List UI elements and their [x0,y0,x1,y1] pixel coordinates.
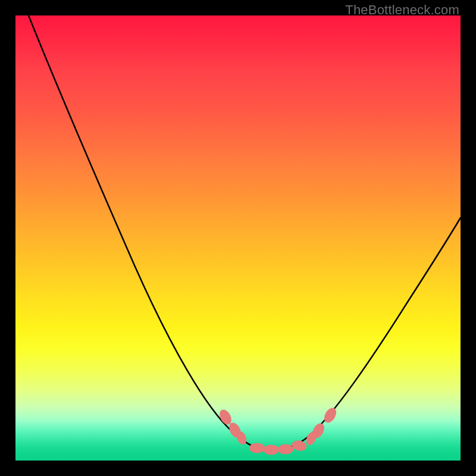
marker [322,406,339,425]
marker [249,443,265,453]
marker [292,440,308,452]
marker [264,445,279,455]
valley-markers [218,406,339,455]
bottleneck-curve [29,15,461,450]
plot-area [15,15,461,461]
chart-frame: TheBottleneck.com [0,0,476,476]
marker [278,444,293,454]
chart-svg [15,15,461,461]
